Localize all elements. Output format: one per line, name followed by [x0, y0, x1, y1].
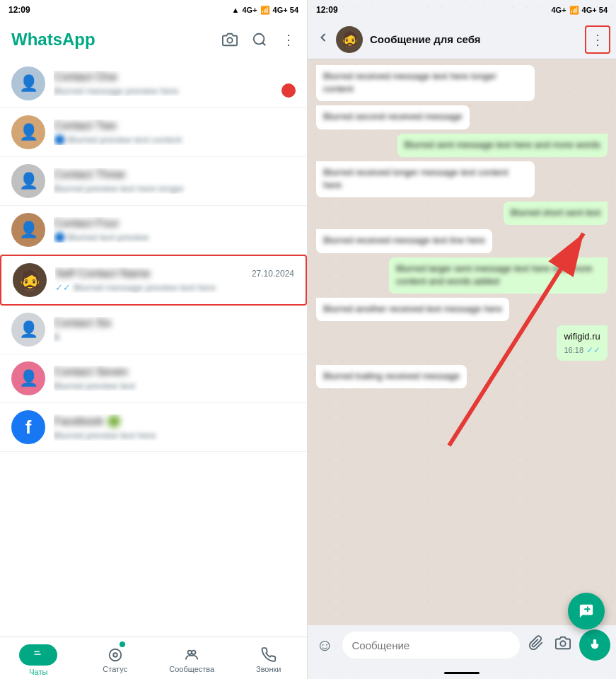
svg-rect-3: [32, 649, 45, 658]
message-bubble: Blurred short sent text: [504, 202, 608, 225]
nav-calls[interactable]: Звонки: [231, 637, 308, 679]
messages-area[interactable]: Blurred received message text here longe…: [308, 59, 616, 625]
nav-chats[interactable]: Чаты: [0, 637, 77, 679]
avatar: 👤: [11, 313, 45, 347]
message-text: Blurred received longer message text con…: [323, 166, 528, 192]
highlighted-chat-item[interactable]: 🧔 Self Contact Name 27.10.2024 ✓✓ Blurre…: [0, 255, 307, 306]
chat-name: Contact Two: [54, 120, 117, 132]
message-bubble: Blurred another received text message he…: [316, 298, 509, 321]
unread-badge: [281, 83, 296, 98]
nav-calls-label: Звонки: [256, 665, 281, 673]
more-options-icon[interactable]: ⋮: [281, 31, 296, 48]
nav-status[interactable]: Статус: [77, 637, 154, 679]
message-text: Blurred received message text line here: [323, 234, 485, 247]
chat-time: 27.10.2024: [252, 269, 294, 279]
message-text: Blurred larger sent message text here wi…: [396, 262, 600, 288]
chat-name: Contact Seven: [54, 366, 128, 378]
chat-info: Contact Four 🔵 Blurred text preview: [54, 217, 296, 243]
chat-item[interactable]: f Facebook 🟢 Blurred preview text here: [0, 403, 307, 452]
message-bubble: Blurred trailing received message: [316, 365, 467, 388]
chats-icon: [19, 644, 57, 666]
top-bar-icons: ⋮: [222, 31, 296, 48]
battery-icon: 📶: [260, 6, 270, 15]
chat-preview: ✓✓ Blurred message preview text here: [55, 282, 294, 293]
svg-line-2: [262, 42, 265, 45]
message-bubble: Blurred received longer message text con…: [316, 161, 535, 197]
chat-info: Contact One Blurred message preview here: [54, 71, 296, 96]
status-bar-left: 12:09 ▲ 4G+ 📶 4G+ 54: [0, 0, 307, 20]
more-options-button[interactable]: ⋮: [585, 25, 610, 54]
avatar: 👤: [11, 66, 45, 100]
message-bubble-clear: wifigid.ru 16:18 ✓✓: [557, 325, 608, 361]
message-ticks: ✓✓: [586, 344, 600, 356]
status-icons-left: ▲ 4G+ 📶 4G+ 54: [232, 6, 298, 15]
chat-preview: B: [54, 332, 296, 342]
chat-preview: Blurred preview text here longer: [54, 183, 296, 194]
status-bar-right: 12:09 4G+ 📶 4G+ 54: [308, 0, 616, 20]
time-left: 12:09: [8, 5, 30, 15]
message-bubble: Blurred received message text here longe…: [316, 65, 535, 101]
chat-name: Contact Three: [54, 168, 125, 181]
communities-icon: [184, 647, 199, 663]
chat-list: 👤 Contact One Blurred message preview he…: [0, 59, 307, 637]
attach-button[interactable]: [525, 632, 547, 658]
message-text: Blurred another received text message he…: [323, 303, 502, 315]
avatar: 👤: [11, 361, 45, 395]
camera-icon[interactable]: [222, 32, 238, 47]
signal-icon: ▲: [232, 6, 240, 14]
chat-name: Contact Four: [54, 217, 119, 230]
bottom-nav: Чаты Статус Сообщества: [0, 637, 307, 679]
nav-communities[interactable]: Сообщества: [153, 637, 231, 679]
message-meta: 16:18 ✓✓: [564, 344, 600, 356]
message-text: Blurred trailing received message: [323, 370, 460, 383]
chat-avatar: 🧔: [336, 26, 363, 53]
chat-item[interactable]: 👤 Contact Six B: [0, 306, 307, 354]
chat-item[interactable]: 👤 Contact Two 🔵 Blurred preview text con…: [0, 108, 307, 157]
svg-point-9: [192, 651, 196, 655]
message-bubble: Blurred larger sent message text here wi…: [389, 257, 608, 294]
home-indicator: [444, 672, 480, 674]
chat-item[interactable]: 👤 Contact One Blurred message preview he…: [0, 59, 307, 108]
chat-info: Contact Three Blurred preview text here …: [54, 168, 296, 194]
search-icon[interactable]: [252, 32, 267, 47]
message-bubble: Blurred second received message: [316, 105, 470, 129]
battery-icon-right: 📶: [569, 6, 579, 15]
svg-point-7: [113, 653, 117, 657]
chat-info: Contact Six B: [54, 317, 296, 342]
svg-point-0: [227, 37, 232, 42]
message-bubble: Blurred sent message text here and more …: [397, 134, 608, 157]
chat-preview: 🔵 Blurred text preview: [54, 232, 296, 243]
wifi-icon: 4G+: [243, 6, 257, 14]
chat-preview: Blurred preview text here: [54, 430, 296, 441]
chat-item[interactable]: 👤 Contact Four 🔵 Blurred text preview: [0, 206, 307, 255]
chat-info: Facebook 🟢 Blurred preview text here: [54, 414, 296, 441]
chat-name: Self Contact Name: [55, 267, 150, 280]
top-bar: WhatsApp ⋮: [0, 20, 307, 59]
nav-status-label: Статус: [103, 665, 127, 673]
chat-item[interactable]: 👤 Contact Three Blurred preview text her…: [0, 157, 307, 206]
battery-level: 4G+ 54: [273, 6, 298, 14]
calls-icon: [261, 647, 277, 663]
chat-info: Contact Seven Blurred preview text: [54, 366, 296, 391]
battery-level-right: 4G+ 54: [582, 6, 608, 14]
double-tick-icon: ✓✓: [55, 282, 71, 293]
message-input[interactable]: [342, 632, 520, 658]
avatar: 🧔: [13, 263, 47, 297]
back-button[interactable]: [310, 25, 336, 54]
chat-item[interactable]: 👤 Contact Seven Blurred preview text: [0, 354, 307, 403]
chat-info: Contact Two 🔵 Blurred preview text conte…: [54, 120, 296, 145]
chat-topbar-icons: ⋮: [585, 25, 610, 54]
camera-input-button[interactable]: [552, 632, 574, 658]
mic-button[interactable]: [579, 629, 610, 661]
avatar: f: [11, 410, 45, 444]
emoji-button[interactable]: ☺: [313, 632, 337, 658]
chat-info: Self Contact Name 27.10.2024 ✓✓ Blurred …: [55, 267, 294, 293]
message-text: Blurred short sent text: [511, 207, 600, 219]
status-dot: [120, 642, 125, 647]
chat-preview: Blurred message preview here: [54, 86, 296, 96]
left-panel: 12:09 ▲ 4G+ 📶 4G+ 54 WhatsApp ⋮: [0, 0, 308, 679]
chat-name: Contact One: [54, 71, 117, 83]
chat-preview: 🔵 Blurred preview text content: [54, 134, 296, 145]
message-bubble: Blurred received message text line here: [316, 229, 492, 253]
avatar: 👤: [11, 164, 45, 198]
